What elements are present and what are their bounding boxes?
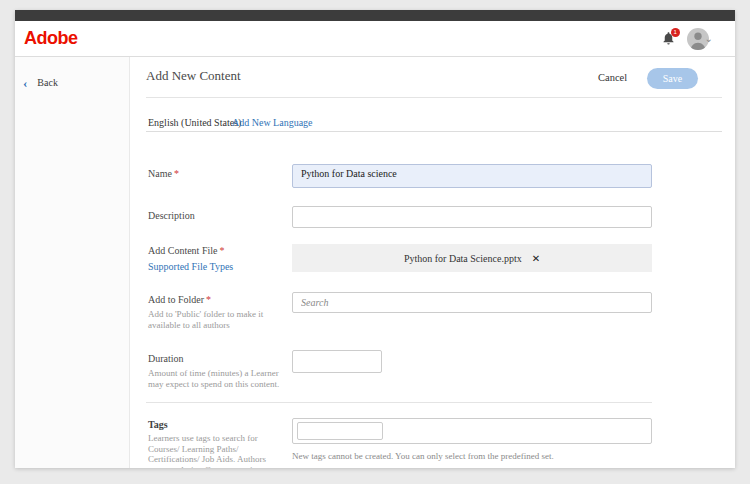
chevron-left-icon: ‹ [23,78,27,88]
notification-badge: 1 [671,28,680,37]
tab-english-united-states[interactable]: English (United States) [148,117,241,132]
name-label: Name* [148,168,179,179]
required-asterisk: * [174,168,179,179]
title-divider [146,97,722,98]
uploaded-file-chip: Python for Data Science.pptx ✕ [292,244,652,272]
browser-top-bar [15,10,735,21]
tags-field[interactable] [292,418,652,444]
page-title: Add New Content [146,68,241,84]
description-label: Description [148,210,195,221]
name-input[interactable] [292,164,652,188]
main-content: Add New Content Cancel Save English (Uni… [130,57,735,468]
tags-helper-text: Learners use tags to search for Courses/… [148,433,280,468]
duration-input[interactable] [292,350,382,373]
folder-label: Add to Folder* [148,294,211,305]
back-button[interactable]: ‹ Back [23,77,129,88]
required-asterisk: * [219,245,224,256]
tags-note-text: New tags cannot be created. You can only… [292,451,554,461]
content-file-label: Add Content File* [148,245,224,256]
cancel-button[interactable]: Cancel [598,72,627,83]
tabs-divider [146,131,722,132]
avatar-chevron-down-icon[interactable]: ⌄ [705,33,713,44]
duration-helper-text: Amount of time (minutes) a Learner may e… [148,368,280,389]
duration-label: Duration [148,353,184,364]
section-divider [146,402,652,403]
add-new-language-link[interactable]: Add New Language [232,117,313,128]
app-header: Adobe 1 ⌄ [15,21,735,57]
remove-file-icon[interactable]: ✕ [532,253,540,264]
tags-input[interactable] [297,422,383,440]
supported-file-types-link[interactable]: Supported File Types [148,261,233,272]
left-sidebar: ‹ Back [15,57,130,468]
folder-helper-text: Add to 'Public' folder to make it availa… [148,309,280,330]
folder-search-input[interactable] [292,292,652,313]
notifications-button[interactable]: 1 [661,31,677,47]
back-label: Back [37,77,58,88]
adobe-logo[interactable]: Adobe [24,28,78,49]
required-asterisk: * [206,294,211,305]
tags-label: Tags [148,419,168,430]
app-window: Adobe 1 ⌄ ‹ [15,10,735,468]
uploaded-file-name: Python for Data Science.pptx [404,253,522,264]
description-input[interactable] [292,206,652,228]
save-button[interactable]: Save [647,68,698,89]
